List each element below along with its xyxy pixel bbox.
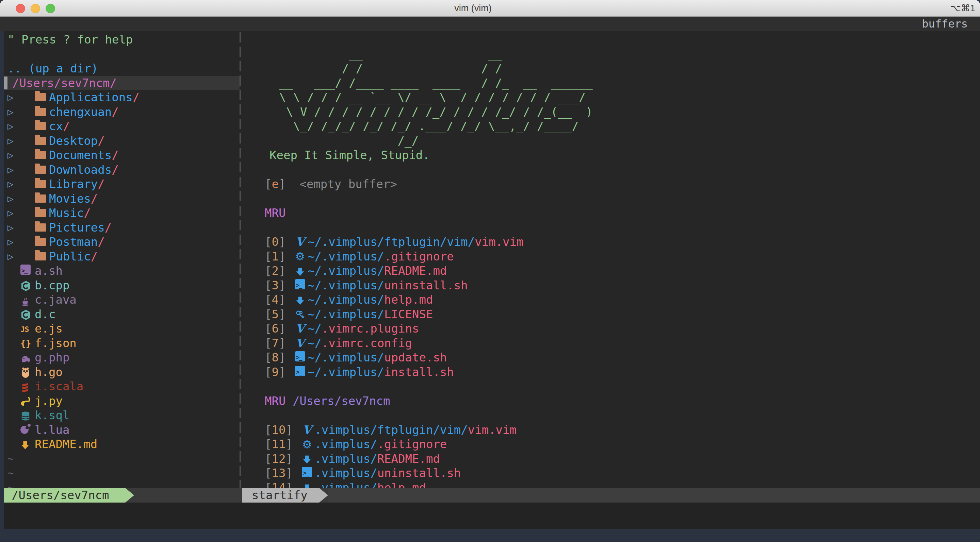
tree-row-file[interactable]: d.c <box>4 307 240 322</box>
folder-icon <box>35 122 46 130</box>
vim-command-line <box>4 502 980 529</box>
tree-row-dir[interactable]: ▷Downloads/ <box>4 163 240 177</box>
tab-buffers[interactable]: buffers <box>922 17 968 31</box>
file-name: g.php <box>35 350 69 365</box>
tree-row-file[interactable]: g.php <box>4 350 240 365</box>
tree-row-dir[interactable]: ▷chengxuan/ <box>4 105 240 119</box>
chevron-right-icon[interactable]: ▷ <box>4 134 35 148</box>
chevron-right-icon[interactable]: ▷ <box>4 206 35 220</box>
chevron-right-icon[interactable]: ▷ <box>4 177 35 192</box>
chevron-right-icon[interactable]: ▷ <box>4 235 35 249</box>
cursor-block <box>4 76 8 89</box>
nerdtree-cwd-row[interactable]: /Users/sev7ncm/ <box>4 76 240 90</box>
chevron-right-icon[interactable]: ▷ <box>4 192 35 206</box>
tree-row-file[interactable]: a.sh <box>4 263 240 278</box>
chevron-right-icon[interactable]: ▷ <box>4 249 35 264</box>
bracket-close: ] <box>285 480 299 488</box>
vim-tabline: buffers <box>0 17 980 31</box>
terminal-icon <box>302 467 312 477</box>
bracket-open: [ <box>265 437 272 452</box>
mru-entry[interactable]: [10] V.vimplus/ftplugin/vim/vim.vim <box>242 423 980 437</box>
entry-dir-path: ~/.vimplus/ <box>308 263 384 278</box>
mru-entry[interactable]: [7] V~/.vimrc.config <box>242 336 980 350</box>
tree-row-dir[interactable]: ▷Desktop/ <box>4 134 240 148</box>
terminal-window: vim (vim) ⌥⌘1 buffers " Press ? for help… <box>0 0 980 542</box>
file-name: l.lua <box>35 423 69 437</box>
entry-file-name: LICENSE <box>384 307 433 322</box>
entry-number: 7 <box>272 336 278 350</box>
bracket-close: ] <box>285 423 299 437</box>
blank-row <box>242 163 980 177</box>
chevron-right-icon[interactable]: ▷ <box>4 90 35 105</box>
tree-row-file[interactable]: README.md <box>4 437 240 452</box>
entry-number: 1 <box>272 249 278 264</box>
tree-row-dir[interactable]: ▷Public/ <box>4 249 240 264</box>
startify-ascii-logo: __ __ / / / / __ ___/ /____ ____ ____ / … <box>242 47 980 148</box>
chevron-right-icon[interactable]: ▷ <box>4 220 35 235</box>
tree-row-dir[interactable]: ▷Movies/ <box>4 192 240 206</box>
tree-row-file[interactable]: {}f.json <box>4 336 240 350</box>
entry-file-name: .gitignore <box>384 249 454 264</box>
tree-row-dir[interactable]: ▷Music/ <box>4 206 240 220</box>
dir-name: Desktop <box>49 134 98 147</box>
c-language-hexagon-icon <box>21 309 31 320</box>
mru-entry[interactable]: [8] ~/.vimplus/update.sh <box>242 350 980 365</box>
mru-entry[interactable]: [13] .vimplus/uninstall.sh <box>242 466 980 480</box>
folder-icon <box>35 180 46 188</box>
bracket-open: [ <box>265 350 272 365</box>
tree-row-dir[interactable]: ▷Applications/ <box>4 90 240 105</box>
mru-entry[interactable]: [2] ~/.vimplus/README.md <box>242 263 980 278</box>
tree-row-file[interactable]: k.sql <box>4 408 240 423</box>
tree-row-file[interactable]: h.go <box>4 365 240 379</box>
tree-row-dir[interactable]: ▷Library/ <box>4 177 240 192</box>
mru-entry[interactable]: [14] .vimplus/help.md <box>242 480 980 488</box>
mru-entry[interactable]: [6] V~/.vimrc.plugins <box>242 321 980 336</box>
bracket-close: ] <box>285 466 299 480</box>
window-bottom-edge <box>0 529 980 542</box>
chevron-right-icon[interactable]: ▷ <box>4 148 35 163</box>
mru-entry[interactable]: [9] ~/.vimplus/install.sh <box>242 365 980 379</box>
tree-row-file[interactable]: JSe.js <box>4 321 240 336</box>
nerdtree-up-dir[interactable]: .. (up a dir) <box>4 61 240 76</box>
tree-row-file[interactable]: j.py <box>4 394 240 408</box>
mru-entry[interactable]: [12] .vimplus/README.md <box>242 452 980 466</box>
mru-entry[interactable]: [5] ~/.vimplus/LICENSE <box>242 307 980 322</box>
startify-empty-buffer-row[interactable]: [e] <empty buffer> <box>242 177 980 192</box>
bracket-open: [ <box>265 365 272 379</box>
tree-row-file[interactable]: l.lua <box>4 423 240 437</box>
file-name: b.cpp <box>35 278 69 293</box>
lua-moon-icon <box>21 423 31 434</box>
chevron-right-icon[interactable]: ▷ <box>4 105 35 119</box>
dir-slash: / <box>105 221 111 234</box>
window-split-separator[interactable] <box>240 32 240 488</box>
dir-slash: / <box>133 90 140 104</box>
entry-dir-path: ~/.vimplus/ <box>308 278 384 293</box>
entry-file-name: uninstall.sh <box>377 466 461 480</box>
tree-row-dir[interactable]: ▷Pictures/ <box>4 220 240 235</box>
bracket-open: [ <box>265 278 272 293</box>
entry-dir-path: ~/.vimplus/ <box>308 307 384 322</box>
bracket-open: [ <box>265 249 272 264</box>
tree-row-file[interactable]: b.cpp <box>4 278 240 293</box>
mru-entry[interactable]: [1] ⚙~/.vimplus/.gitignore <box>242 249 980 264</box>
tree-row-file[interactable]: i.scala <box>4 379 240 394</box>
tree-row-dir[interactable]: ▷cx/ <box>4 119 240 134</box>
tree-row-dir[interactable]: ▷Postman/ <box>4 235 240 249</box>
markdown-down-arrow-icon <box>21 440 30 450</box>
mru-entry[interactable]: [3] ~/.vimplus/uninstall.sh <box>242 278 980 293</box>
mru-entry[interactable]: [0] V~/.vimplus/ftplugin/vim/vim.vim <box>242 235 980 249</box>
statusline-cwd-segment: /Users/sev7ncm <box>4 488 134 502</box>
entry-file-name: vim.vim <box>468 423 517 437</box>
blank-row <box>242 192 980 206</box>
chevron-right-icon[interactable]: ▷ <box>4 163 35 177</box>
chevron-right-icon[interactable]: ▷ <box>4 119 35 134</box>
tree-row-dir[interactable]: ▷Documents/ <box>4 148 240 163</box>
mru-entry[interactable]: [4] ~/.vimplus/help.md <box>242 292 980 307</box>
entry-file-name: .vimrc.plugins <box>321 321 419 336</box>
dir-slash: / <box>84 206 91 220</box>
tree-row-file[interactable]: c.java <box>4 292 240 307</box>
dir-slash: / <box>63 119 70 133</box>
mru-entry[interactable]: [11] ⚙.vimplus/.gitignore <box>242 437 980 452</box>
empty-line-tilde: ~ <box>4 466 240 480</box>
file-name: d.c <box>35 307 56 322</box>
